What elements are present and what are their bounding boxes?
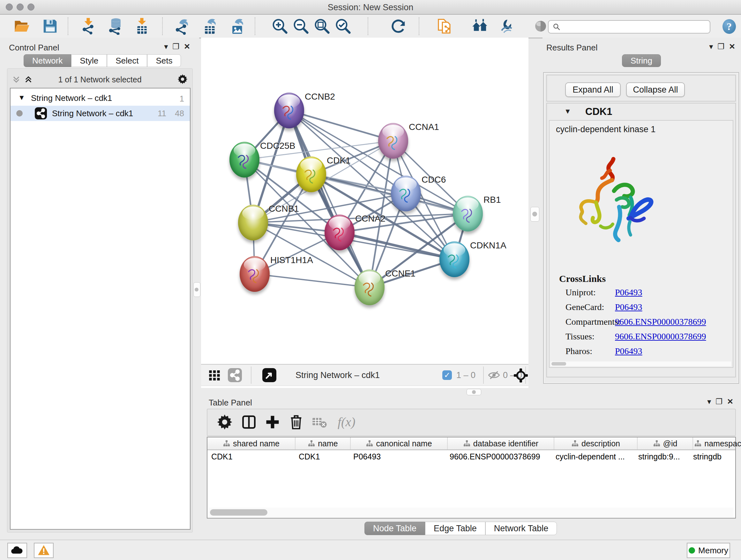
column-header-shared-name[interactable]: shared name [207,437,295,449]
table-options-gear-icon[interactable] [216,414,233,430]
network-node-CCNB2[interactable] [274,92,304,128]
table-cell[interactable]: CDK1 [207,450,295,463]
table-hscrollbar[interactable] [208,508,733,517]
expand-all-button[interactable]: Expand All [565,82,621,97]
tab-select[interactable]: Select [107,54,147,67]
zoom-out-icon[interactable] [292,17,310,35]
warnings-button[interactable] [34,543,54,558]
tab-network-table[interactable]: Network Table [485,522,557,535]
network-node-CDC6[interactable] [391,176,421,211]
column-header-canonical-name[interactable]: canonical name [351,437,448,449]
column-header-namespac[interactable]: namespac [693,437,741,449]
panel-close-icon[interactable]: ✕ [727,398,733,406]
network-name: String Network – cdk1 [52,109,133,118]
results-panel-controls: ▾ ❐ ✕ [709,43,735,51]
gene-section-header[interactable]: ▼ CDK1 [547,104,735,120]
network-canvas[interactable]: CCNB2CCNA1CDC25BCDK1CDC6RB1CCNB1CCNA2CDK… [201,38,529,388]
table-cell[interactable]: P06493 [349,450,446,463]
network-collection-row[interactable]: ▼ String Network – cdk1 1 [10,91,190,106]
horizontal-splitter-handle[interactable] [467,389,481,395]
network-node-CDK1[interactable] [296,157,326,192]
panel-float-icon[interactable]: ❐ [172,43,179,51]
selected-checkbox-icon[interactable]: ✓ [442,370,452,380]
function-builder-icon-disabled: f(x) [338,415,355,429]
search-input[interactable] [563,21,705,32]
delete-column-icon[interactable] [288,414,305,430]
network-edge-CCNB2-CCNA1[interactable] [289,111,393,141]
network-node-CCNE1[interactable] [354,269,385,305]
memory-button[interactable]: Memory [687,543,730,558]
tab-string[interactable]: String [622,54,661,67]
create-column-icon[interactable] [264,414,281,430]
column-header-description[interactable]: description [554,437,637,449]
show-hide-panel-icon[interactable] [499,17,516,35]
zoom-in-icon[interactable] [271,17,288,35]
column-header-database-identifier[interactable]: database identifier [448,437,554,449]
crosslink-link[interactable]: P06493 [615,287,643,298]
string-home-icon[interactable] [471,17,488,35]
crosslink-link[interactable]: P06493 [615,302,643,312]
save-session-icon[interactable] [42,17,59,35]
network-node-HIST1H1A[interactable] [240,256,270,292]
tab-node-table[interactable]: Node Table [364,522,425,535]
clone-network-icon[interactable] [436,17,453,35]
help-icon[interactable]: ? [723,19,736,34]
table-cell[interactable]: 9606.ENSP00000378699 [446,450,552,463]
import-network-database-icon[interactable] [107,17,124,35]
network-node-CDKN1A[interactable] [440,241,469,277]
tab-edge-table[interactable]: Edge Table [425,522,485,535]
cloud-status-button[interactable] [7,543,27,558]
tab-style[interactable]: Style [71,54,107,67]
collection-expander-icon[interactable]: ▼ [18,94,25,102]
gene-symbol: CDK1 [585,106,612,118]
export-table-icon[interactable] [202,17,219,35]
panel-menu-icon[interactable]: ▾ [709,43,713,51]
table-row[interactable]: CDK1CDK1P064939606.ENSP00000378699cyclin… [207,450,735,463]
network-edge-HIST1H1A-CCNE1[interactable] [255,274,369,287]
crosslink-link[interactable]: P06493 [615,346,643,356]
table-cell[interactable]: CDK1 [295,450,349,463]
panel-float-icon[interactable]: ❐ [716,398,723,406]
title-bar: Session: New Session [0,0,741,15]
section-collapse-icon[interactable]: ▼ [564,107,571,116]
panel-menu-icon[interactable]: ▾ [164,43,168,51]
network-row-selected[interactable]: String Network – cdk1 11 48 [10,106,190,121]
refresh-icon[interactable] [390,17,407,35]
network-node-CCNA2[interactable] [325,214,354,250]
show-columns-icon[interactable] [241,414,257,430]
column-header-name[interactable]: name [295,437,351,449]
grid-view-icon[interactable] [208,369,221,383]
detach-view-icon[interactable] [262,368,276,382]
table-cell[interactable]: stringdb:9... [634,450,689,463]
export-network-icon[interactable] [174,17,191,35]
table-cell[interactable]: stringdb [689,450,738,463]
network-node-CCNB1[interactable] [238,205,268,240]
import-network-file-icon[interactable] [80,17,97,35]
tab-sets[interactable]: Sets [147,54,181,67]
network-node-RB1[interactable] [453,196,483,232]
crosslink-link[interactable]: 9606.ENSP00000378699 [615,317,706,327]
panel-menu-icon[interactable]: ▾ [707,398,711,406]
panel-float-icon[interactable]: ❐ [718,43,724,51]
string-view-icon[interactable] [228,368,242,382]
network-node-CCNA1[interactable] [378,123,408,159]
inactive-eye-icon[interactable] [532,17,549,35]
zoom-selected-icon[interactable] [334,17,352,35]
crosslink-link[interactable]: 9606.ENSP00000378699 [615,331,706,341]
panel-close-icon[interactable]: ✕ [184,43,190,51]
export-image-icon[interactable] [229,17,246,35]
import-table-icon[interactable] [133,17,151,35]
results-hscrollbar[interactable] [550,361,731,366]
column-header--id[interactable]: @id [637,437,693,449]
right-splitter-handle[interactable] [530,207,539,222]
open-session-icon[interactable] [13,17,30,35]
table-cell[interactable]: cyclin-dependent ... [552,450,634,463]
birdseye-navigator-icon[interactable] [513,368,529,384]
zoom-fit-icon[interactable] [313,17,331,35]
network-node-CDC25B[interactable] [229,142,259,178]
tab-network[interactable]: Network [23,54,71,67]
panel-close-icon[interactable]: ✕ [729,43,735,51]
left-splitter-handle[interactable] [193,282,200,297]
collapse-all-button[interactable]: Collapse All [626,82,685,97]
network-options-gear-icon[interactable] [177,74,188,86]
